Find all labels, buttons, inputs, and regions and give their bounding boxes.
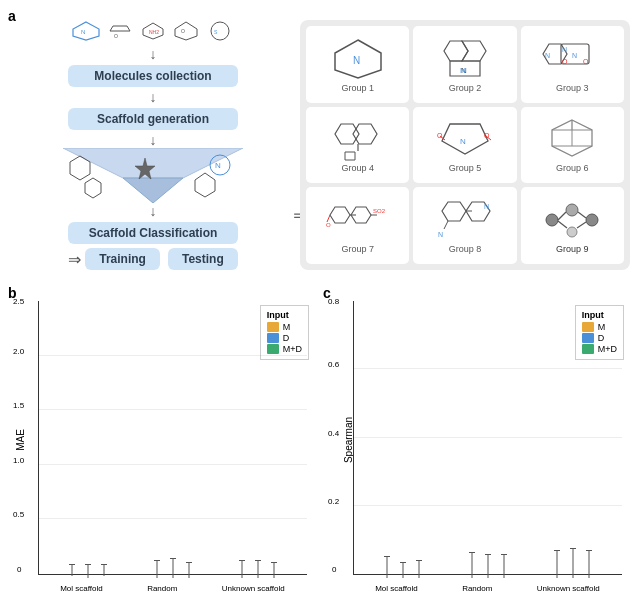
svg-marker-60	[442, 202, 466, 221]
panel-b-x-labels: Mol scaffold Random Unknown scaffold	[38, 584, 307, 593]
c-y-tick-06: 0.6	[328, 360, 339, 369]
svg-line-4	[110, 26, 113, 31]
c-err-unk-m	[557, 550, 558, 578]
group-8-label: Group 8	[449, 244, 482, 254]
error-line-mol-md	[103, 564, 104, 576]
svg-point-69	[567, 227, 577, 237]
mol-5: S	[205, 20, 235, 42]
c-err-cap-unk-d	[570, 548, 576, 549]
y-tick-0: 0	[17, 565, 21, 574]
error-cap-top-mol-d	[85, 564, 91, 565]
group-1-label: Group 1	[341, 83, 374, 93]
svg-marker-36	[353, 124, 377, 144]
c-err-cap-rand-md	[501, 554, 507, 555]
group-3-structure: N N N O O	[537, 36, 607, 81]
y-tick-15: 1.5	[13, 401, 24, 410]
svg-text:N: N	[572, 52, 577, 59]
group-4-structure	[323, 116, 393, 161]
c-err-cap-mol-d	[400, 562, 406, 563]
c-y-tick-04: 0.4	[328, 429, 339, 438]
y-tick-10: 1.0	[13, 456, 24, 465]
svg-marker-24	[462, 41, 486, 61]
c-err-rand-d	[487, 554, 488, 578]
svg-marker-53	[330, 207, 350, 223]
c-err-cap-unk-m	[554, 550, 560, 551]
c-err-cap-mol-m	[384, 556, 390, 557]
group-1-structure: N	[323, 36, 393, 81]
svg-text:N: N	[438, 231, 443, 238]
svg-text:O: O	[562, 58, 568, 65]
svg-text:NH2: NH2	[149, 29, 159, 35]
mol-4: O	[171, 20, 201, 42]
c-err-cap-rand-m	[469, 552, 475, 553]
c-err-cap-unk-md	[586, 550, 592, 551]
panel-a: a N O NH2 O	[8, 8, 630, 278]
c-err-mol-d	[402, 562, 403, 578]
svg-line-72	[558, 221, 567, 228]
svg-line-5	[127, 26, 130, 31]
scaffold-gen-box: Scaffold generation	[68, 108, 238, 130]
svg-text:SO2: SO2	[373, 208, 386, 214]
panel-b: b Input M D M+D MAE 0 0.5	[8, 285, 315, 595]
error-cap-rand-md	[186, 562, 192, 563]
svg-marker-20	[195, 173, 215, 197]
group-2-structure: N N	[430, 36, 500, 81]
group-8-structure: N N	[430, 197, 500, 242]
arrow-4: ↓	[18, 203, 288, 220]
panel-b-bars	[39, 301, 307, 574]
group-5-cell: N O O Group 5	[413, 107, 516, 184]
svg-line-71	[578, 212, 586, 218]
y-tick-20: 2.0	[13, 347, 24, 356]
group-4-cell: Group 4	[306, 107, 409, 184]
panel-c-bars	[354, 301, 622, 574]
groups-grid: N Group 1 N N Group 2	[306, 26, 624, 264]
svg-marker-14	[123, 178, 183, 203]
group-6-label: Group 6	[556, 163, 589, 173]
svg-point-67	[566, 204, 578, 216]
molecules-collection-box: Molecules collection	[68, 65, 238, 87]
error-line-rand-m	[156, 560, 157, 578]
error-line-unk-m	[242, 560, 243, 578]
svg-text:N: N	[562, 46, 567, 53]
svg-marker-0	[73, 22, 99, 40]
svg-text:N: N	[460, 66, 466, 75]
panel-c-y-axis-label: Spearman	[343, 417, 354, 463]
error-cap-rand-d	[170, 558, 176, 559]
error-line-mol-d	[87, 564, 88, 578]
panel-a-label: a	[8, 8, 16, 24]
c-y-tick-08: 0.8	[328, 297, 339, 306]
testing-box: Testing	[168, 248, 238, 270]
svg-text:O: O	[181, 28, 185, 34]
c-y-tick-02: 0.2	[328, 497, 339, 506]
group-7-label: Group 7	[341, 244, 374, 254]
y-tick-05: 0.5	[13, 510, 24, 519]
group-5-label: Group 5	[449, 163, 482, 173]
mol-1: N	[71, 20, 101, 42]
svg-text:S: S	[214, 29, 218, 35]
x-label-mol-b: Mol scaffold	[60, 584, 103, 593]
error-cap-unk-d	[255, 560, 261, 561]
svg-text:N: N	[81, 29, 85, 35]
group-9-structure	[537, 198, 607, 243]
svg-text:N: N	[484, 203, 489, 210]
group-9-label: Group 9	[556, 244, 589, 254]
error-cap-unk-m	[239, 560, 245, 561]
svg-marker-9	[175, 22, 197, 40]
svg-marker-35	[335, 124, 359, 144]
x-label-rand-c: Random	[462, 584, 492, 593]
groups-section: N Group 1 N N Group 2	[300, 20, 630, 270]
svg-text:N: N	[353, 55, 360, 66]
arrow-1: ↓	[18, 46, 288, 63]
error-line-unk-d	[258, 560, 259, 578]
c-err-unk-d	[573, 548, 574, 578]
c-err-cap-mol-md	[416, 560, 422, 561]
training-box: Training	[85, 248, 160, 270]
panel-b-y-axis-label: MAE	[15, 429, 26, 451]
group-4-label: Group 4	[341, 163, 374, 173]
svg-text:O: O	[326, 222, 331, 228]
y-tick-25: 2.5	[13, 297, 24, 306]
error-cap-rand-m	[154, 560, 160, 561]
svg-text:O: O	[583, 58, 589, 65]
error-line-rand-d	[172, 558, 173, 578]
mol-3: NH2	[139, 20, 167, 42]
